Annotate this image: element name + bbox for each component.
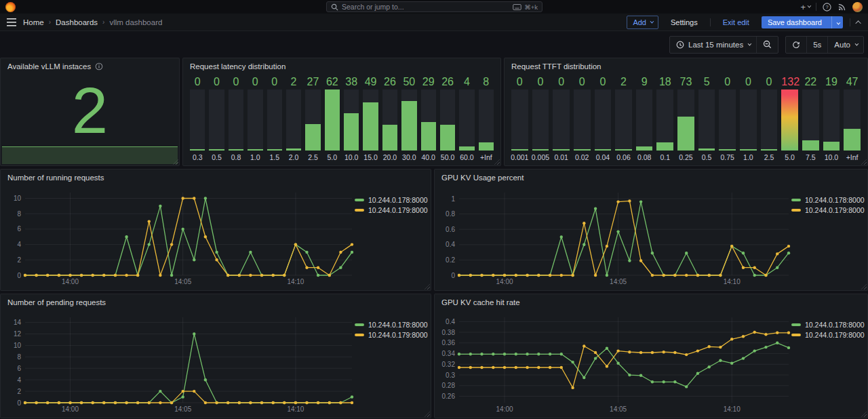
divider [850, 18, 850, 26]
breadcrumb-dashboards[interactable]: Dashboards [56, 18, 98, 26]
bar-column: 01.0 [248, 76, 262, 161]
panel-ttft-distribution: Request TTFT distribution 00.00100.00500… [504, 58, 868, 166]
bar-track [305, 89, 320, 151]
svg-text:0: 0 [17, 272, 21, 279]
stat-body: 2 [2, 75, 178, 164]
legend-item[interactable]: 10.244.0.179:8000 [791, 331, 865, 339]
bar-fill [421, 122, 436, 151]
settings-button[interactable]: Settings [665, 16, 703, 28]
stat-sparkline [2, 146, 178, 164]
svg-text:0.4: 0.4 [446, 241, 455, 248]
bar-column: 730.25 [677, 76, 694, 161]
panel-title: Number of pending requests [7, 298, 106, 306]
zoom-out-button[interactable] [756, 37, 778, 53]
bar-label: 0.5 [698, 151, 715, 161]
hamburger-icon[interactable] [7, 18, 16, 26]
bar-track [344, 89, 359, 151]
stat-value: 2 [2, 75, 178, 146]
help-button[interactable]: ? [823, 3, 831, 12]
add-new-button[interactable]: + [800, 3, 810, 12]
legend-swatch [791, 209, 801, 212]
bar-track [248, 89, 262, 151]
bar-label: 2.5 [761, 151, 778, 161]
grafana-logo[interactable] [5, 2, 16, 12]
legend-item[interactable]: 10.244.0.178:8000 [791, 321, 865, 329]
save-options-caret[interactable] [831, 16, 843, 28]
legend-item[interactable]: 10.244.0.178:8000 [791, 196, 865, 204]
svg-text:14:00: 14:00 [62, 405, 79, 413]
legend: 10.244.0.178:800010.244.0.179:8000 [355, 311, 428, 415]
panel-header[interactable]: GPU KV Usage percent [435, 169, 867, 186]
breadcrumb-home[interactable]: Home [23, 18, 44, 26]
chevron-down-icon [808, 4, 812, 8]
svg-text:8: 8 [17, 353, 21, 361]
panel-title: Number of running requests [7, 174, 104, 182]
panel-header[interactable]: Number of pending requests [1, 294, 431, 311]
time-range-picker[interactable]: Last 15 minutes [670, 37, 756, 53]
panel-title: Request TTFT distribution [511, 62, 601, 71]
bar-track [844, 89, 861, 151]
collapse-bar-button[interactable] [857, 20, 861, 24]
bar-value: 8 [479, 76, 494, 89]
bar-fill [267, 149, 282, 151]
chart-body: 0.260.280.30.320.340.360.380.414:0014:05… [437, 311, 865, 415]
bar-track [595, 89, 612, 151]
bar-column: 2940.0 [421, 76, 436, 161]
legend-item[interactable]: 10.244.0.178:8000 [355, 196, 428, 204]
bar-label: +Inf [844, 151, 861, 161]
legend-item[interactable]: 10.244.0.178:8000 [355, 321, 428, 329]
bar-label: 0.8 [229, 151, 243, 161]
bar-value: 27 [305, 76, 320, 89]
add-button[interactable]: Add [627, 16, 658, 29]
search-input[interactable] [342, 3, 509, 11]
bar-fill [363, 102, 378, 151]
legend-label: 10.244.0.179:8000 [805, 331, 865, 339]
bar-value: 49 [363, 76, 378, 89]
svg-text:6: 6 [17, 225, 21, 233]
bar-track [574, 89, 591, 151]
save-dashboard-button[interactable]: Save dashboard [762, 16, 843, 28]
panel-header[interactable]: Request latency distribution [183, 58, 500, 75]
svg-text:14:10: 14:10 [287, 278, 304, 285]
svg-text:14:10: 14:10 [724, 278, 741, 285]
panel-resize-handle[interactable] [494, 159, 500, 165]
bar-column: 00.001 [511, 76, 528, 161]
bar-label: 0.5 [209, 151, 224, 161]
refresh-button[interactable] [786, 37, 806, 53]
bar-track [511, 89, 528, 151]
legend-item[interactable]: 10.244.0.179:8000 [791, 206, 865, 214]
panel-resize-handle[interactable] [861, 159, 867, 165]
info-icon[interactable] [95, 62, 103, 71]
svg-text:0: 0 [451, 272, 455, 279]
keyboard-icon [513, 4, 521, 10]
panel-header[interactable]: Available vLLM instaces [1, 58, 179, 75]
search-box[interactable]: ⌘+k [326, 1, 542, 12]
bar-track [823, 89, 840, 151]
svg-text:0.2: 0.2 [446, 256, 455, 264]
svg-text:2: 2 [17, 388, 21, 395]
legend-item[interactable]: 10.244.0.179:8000 [355, 206, 428, 214]
panel-cache-hit-rate: GPU KV cache hit rate 0.260.280.30.320.3… [434, 294, 868, 418]
bar-column: 00.8 [229, 76, 243, 161]
legend-label: 10.244.0.178:8000 [368, 321, 428, 329]
time-picker-group: Last 15 minutes [669, 36, 778, 54]
legend-item[interactable]: 10.244.0.179:8000 [355, 331, 428, 339]
bar-value: 2 [286, 76, 301, 89]
bar-column: 272.5 [305, 76, 320, 161]
bar-fill [344, 113, 359, 151]
news-button[interactable] [837, 3, 846, 12]
panel-gpu-kv-usage: GPU KV Usage percent 00.20.40.60.8114:00… [434, 169, 868, 291]
legend: 10.244.0.178:800010.244.0.179:8000 [791, 311, 865, 415]
chevron-up-icon [855, 20, 861, 26]
panel-header[interactable]: Number of running requests [1, 169, 431, 186]
refresh-interval-label[interactable]: 5s [806, 37, 827, 53]
panel-header[interactable]: Request TTFT distribution [505, 58, 867, 75]
bar-track [401, 89, 416, 151]
avatar[interactable] [852, 2, 863, 12]
panel-header[interactable]: GPU KV cache hit rate [435, 294, 867, 311]
exit-edit-button[interactable]: Exit edit [717, 16, 755, 28]
legend-label: 10.244.0.179:8000 [805, 206, 865, 214]
refresh-icon [792, 41, 800, 49]
auto-refresh-picker[interactable]: Auto [827, 37, 863, 53]
svg-text:0.4: 0.4 [446, 318, 455, 325]
